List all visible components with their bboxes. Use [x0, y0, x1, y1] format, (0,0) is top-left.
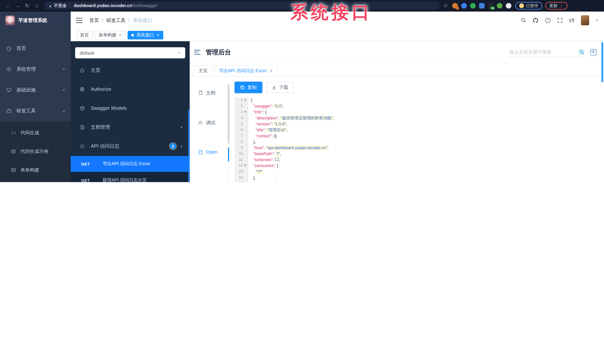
url-host: dashboard.yudao.iocoder.cn [74, 3, 132, 8]
code-line: 1▼{ [235, 97, 604, 103]
line-gutter: 13 [235, 168, 248, 175]
copy-button[interactable]: 复制 [235, 82, 262, 93]
sidebar-item-基础设施[interactable]: 基础设施▾ [0, 80, 71, 100]
active-tab-dot [131, 34, 134, 36]
download-button[interactable]: 下载 [266, 82, 294, 93]
rail-item-Open[interactable]: Open [190, 147, 228, 176]
code-text: "contact": {} [248, 133, 277, 139]
sidebar-subitem-表单构建[interactable]: 表单构建 [0, 161, 71, 179]
sidebar-item-首页[interactable]: 首页 [0, 38, 71, 59]
browser-home-icon[interactable]: ⌂ [32, 3, 42, 9]
browser-forward-icon[interactable]: → [13, 3, 22, 9]
api-nav-item[interactable]: API 访问日志2▴ [71, 137, 190, 155]
help-icon[interactable]: ? [545, 17, 551, 23]
gear-icon [6, 67, 12, 72]
doc-tab-label: 导出API 访问日志 Excel [219, 68, 266, 74]
rail-splitter[interactable] [228, 77, 229, 182]
fold-icon[interactable]: ▼ [244, 97, 248, 103]
code-line: 15▼ "produces": [ [235, 180, 604, 182]
api-nav-label: 文档管理 [91, 124, 179, 130]
collapsed-array-icon[interactable] [275, 158, 278, 161]
doc-title: 管理后台 [206, 48, 231, 56]
browser-back-icon[interactable]: ← [3, 3, 13, 9]
breadcrumb-item[interactable]: 研发工具 [106, 17, 126, 24]
doc-icon [80, 125, 86, 130]
api-nav-item[interactable]: Authorize [71, 80, 190, 99]
code-line: 13 "*/*" [235, 168, 604, 175]
chevron-down-icon: ▾ [63, 67, 65, 71]
ext-green-circle-icon[interactable] [470, 3, 476, 8]
ext-orange-icon[interactable]: 1 [452, 3, 458, 8]
fold-icon[interactable]: ▼ [244, 163, 248, 168]
search-icon[interactable] [520, 17, 526, 23]
api-sidebar-scrollbar[interactable] [188, 109, 189, 182]
browser-reload-icon[interactable]: ↻ [22, 3, 32, 9]
doc-search-input[interactable] [509, 49, 578, 55]
rail-item-调试[interactable]: 调试 [190, 117, 228, 147]
close-tab-icon[interactable]: ✕ [156, 33, 160, 37]
fullscreen-icon[interactable] [557, 17, 563, 23]
api-nav-item[interactable]: 文档管理▾ [71, 118, 190, 137]
sidebar-subitem-系统接口[interactable]: 系统接口 [0, 179, 71, 182]
doc-collapse-icon[interactable] [194, 50, 201, 54]
address-bar[interactable]: ▲ 不安全 dashboard.yudao.iocoder.cn /tool/s… [44, 1, 440, 10]
sidebar-subitem-代码生成示例[interactable]: 代码生成示例 [0, 142, 71, 161]
doc-tab[interactable]: 导出API 访问日志 Excel✕ [214, 65, 278, 76]
fold-icon[interactable]: ▼ [244, 109, 248, 115]
sidebar-collapse-icon[interactable] [76, 18, 83, 23]
breadcrumb-item[interactable]: 首页 [89, 17, 99, 24]
doc-tab[interactable]: 主页 [194, 65, 212, 76]
close-tab-icon[interactable]: ✕ [119, 33, 122, 37]
user-menu-caret-icon[interactable]: ▼ [595, 18, 599, 22]
code-line: 10 "basePath": "/", [235, 151, 604, 157]
chevron-down-icon: ▾ [179, 125, 184, 129]
page-tab[interactable]: 系统接口✕ [128, 31, 163, 39]
update-button[interactable]: 更新 ⋮ [545, 2, 567, 10]
lock-icon [80, 87, 86, 92]
api-nav-item[interactable]: Swagger Models [71, 99, 190, 118]
browser-menu-icon[interactable]: ⋮ [559, 3, 564, 8]
code-text: "host": "api-dashboard.yudao.iocoder.cn"… [248, 145, 328, 151]
code-icon [10, 130, 16, 135]
chevron-up-icon: ▴ [179, 144, 184, 148]
line-number: 13 [235, 168, 244, 175]
code-text: "info": { [248, 109, 266, 115]
ext-blue-drop-icon[interactable] [461, 3, 467, 8]
paused-badge[interactable]: 已暂停 [515, 2, 542, 10]
fold-icon[interactable]: ▼ [244, 180, 248, 182]
app-logo[interactable]: 芋道管理系统 [0, 12, 71, 29]
line-number: 14 [235, 175, 244, 180]
ext-dark-cn-icon[interactable]: cn [488, 3, 493, 8]
line-gutter: 4 [235, 115, 248, 121]
api-endpoint[interactable]: GET获得API 访问日志分页 [71, 172, 190, 182]
line-gutter: 10 [235, 151, 248, 157]
ext-blue-grid-icon[interactable] [479, 3, 485, 8]
rail-scrollbar-thumb[interactable] [228, 84, 229, 144]
line-gutter: 8 [235, 139, 248, 145]
rail-item-文档[interactable]: 文档 [190, 87, 228, 117]
language-switch-icon[interactable]: 中 [590, 49, 597, 55]
api-nav-item[interactable]: 主页 [71, 61, 190, 80]
github-icon[interactable] [532, 17, 538, 23]
ext-green-leaf-icon[interactable] [497, 3, 503, 8]
app-title: 芋道管理系统 [18, 17, 47, 24]
line-gutter: 2 [235, 103, 248, 109]
api-group-select[interactable]: default ▼ [75, 47, 185, 58]
code-text: "version": "1.0.0", [248, 121, 287, 127]
sidebar-item-系统管理[interactable]: 系统管理▾ [0, 59, 71, 80]
json-editor[interactable]: 1▼{2 "swagger": "2.0",3▼ "info": {4 "des… [235, 97, 604, 182]
bookmark-star-icon[interactable]: ☆ [443, 3, 449, 8]
page-tab[interactable]: 首页 [76, 31, 93, 39]
doc-search-icon[interactable] [578, 49, 585, 55]
api-endpoint[interactable]: GET导出API 访问日志 Excel [71, 155, 190, 172]
avatar[interactable] [581, 15, 589, 25]
code-text: "*/*" [248, 168, 263, 175]
ext-white-ghost-icon[interactable] [506, 3, 511, 8]
page-scrollbar-thumb[interactable] [601, 42, 603, 82]
sidebar-subitem-代码生成[interactable]: 代码生成 [0, 124, 71, 142]
close-tab-icon[interactable]: ✕ [269, 68, 273, 73]
page-tab[interactable]: 表单构建✕ [95, 31, 126, 39]
font-size-icon[interactable]: ᴛT [569, 17, 575, 23]
sidebar-item-研发工具[interactable]: 研发工具▴ [0, 100, 71, 121]
line-gutter: 14 [235, 175, 248, 180]
